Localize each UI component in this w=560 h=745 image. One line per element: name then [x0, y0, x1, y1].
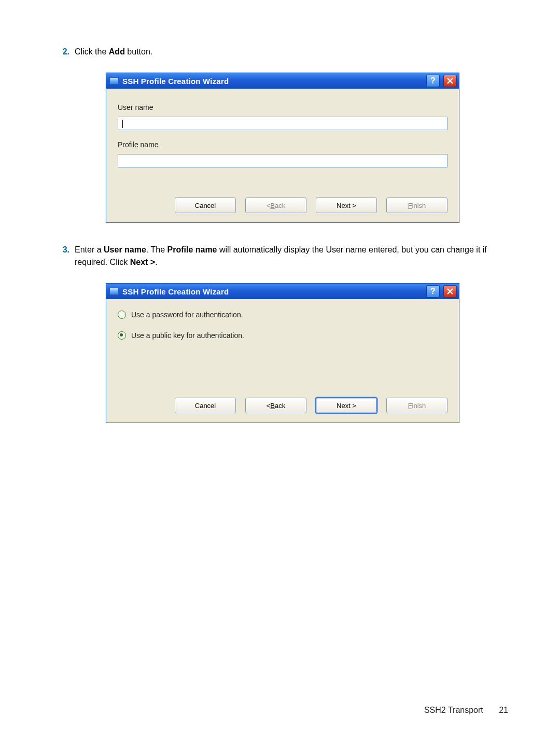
- dialog-title: SSH Profile Creation Wizard: [122, 287, 423, 296]
- close-icon: [447, 288, 453, 294]
- dialog-body: User name Profile name: [106, 89, 459, 198]
- next-button[interactable]: Next >: [316, 198, 377, 213]
- mnemonic: B: [270, 202, 275, 209]
- radio-label: Use a public key for authentication.: [131, 331, 244, 340]
- step-text: Enter a User name. The Profile name will…: [75, 244, 508, 269]
- step-number: 3.: [52, 244, 75, 256]
- text-fragment: ack: [275, 402, 285, 410]
- text-fragment: inish: [412, 402, 426, 410]
- back-button[interactable]: < Back: [245, 198, 306, 213]
- step-text: Click the Add button.: [75, 46, 508, 58]
- titlebar[interactable]: SSH Profile Creation Wizard ?: [106, 284, 459, 299]
- text-fragment: <: [267, 202, 271, 209]
- dialog-title: SSH Profile Creation Wizard: [122, 77, 423, 86]
- text-bold: Next >: [130, 258, 155, 266]
- back-button[interactable]: < Back: [245, 398, 306, 413]
- text-fragment: Enter a: [75, 245, 104, 254]
- radio-label: Use a password for authentication.: [131, 311, 243, 319]
- dialog-buttons: Cancel < Back Next > Finish: [106, 198, 459, 222]
- radio-password-auth[interactable]: Use a password for authentication.: [118, 311, 447, 319]
- text-bold: User name: [104, 245, 146, 254]
- step-3: 3. Enter a User name. The Profile name w…: [52, 244, 508, 269]
- cancel-button[interactable]: Cancel: [175, 198, 236, 213]
- text-fragment: .: [155, 258, 157, 266]
- radio-icon: [118, 331, 126, 340]
- wizard-dialog-1: SSH Profile Creation Wizard ? User name …: [106, 73, 459, 223]
- step-2: 2. Click the Add button.: [52, 46, 508, 58]
- dialog-buttons: Cancel < Back Next > Finish: [106, 398, 459, 423]
- close-icon: [447, 78, 453, 84]
- close-button[interactable]: [443, 75, 457, 87]
- help-icon: ?: [430, 287, 436, 296]
- text-fragment: button.: [125, 47, 152, 56]
- page-number: 21: [499, 706, 508, 715]
- window-icon: [109, 77, 119, 85]
- help-button[interactable]: ?: [426, 75, 440, 87]
- dialog-body: Use a password for authentication. Use a…: [106, 299, 459, 398]
- finish-button[interactable]: Finish: [386, 198, 447, 213]
- text-fragment: <: [267, 402, 271, 410]
- step-number: 2.: [52, 46, 75, 58]
- radio-icon: [118, 311, 126, 319]
- mnemonic: F: [408, 402, 412, 410]
- cancel-button[interactable]: Cancel: [175, 398, 236, 413]
- finish-button[interactable]: Finish: [386, 398, 447, 413]
- radio-publickey-auth[interactable]: Use a public key for authentication.: [118, 331, 447, 340]
- help-button[interactable]: ?: [426, 285, 440, 298]
- next-button[interactable]: Next >: [316, 398, 377, 413]
- text-fragment: Click the: [75, 47, 109, 56]
- profilename-label: Profile name: [118, 140, 447, 149]
- text-fragment: . The: [146, 245, 167, 254]
- text-bold: Profile name: [167, 245, 217, 254]
- text-fragment: inish: [412, 202, 426, 209]
- username-label: User name: [118, 103, 447, 111]
- text-fragment: ack: [275, 202, 285, 209]
- close-button[interactable]: [443, 285, 457, 298]
- mnemonic: B: [270, 402, 275, 410]
- section-label: SSH2 Transport: [424, 706, 483, 714]
- manual-page: 2. Click the Add button. SSH Profile Cre…: [0, 0, 560, 745]
- page-footer: SSH2 Transport 21: [424, 706, 508, 715]
- titlebar[interactable]: SSH Profile Creation Wizard ?: [106, 73, 459, 89]
- profilename-input[interactable]: [118, 154, 447, 167]
- username-input[interactable]: [118, 117, 447, 130]
- help-icon: ?: [430, 76, 436, 86]
- window-icon: [109, 288, 119, 295]
- text-bold: Add: [109, 47, 125, 56]
- wizard-dialog-2: SSH Profile Creation Wizard ? Use a pass…: [106, 283, 459, 423]
- mnemonic: F: [408, 202, 412, 209]
